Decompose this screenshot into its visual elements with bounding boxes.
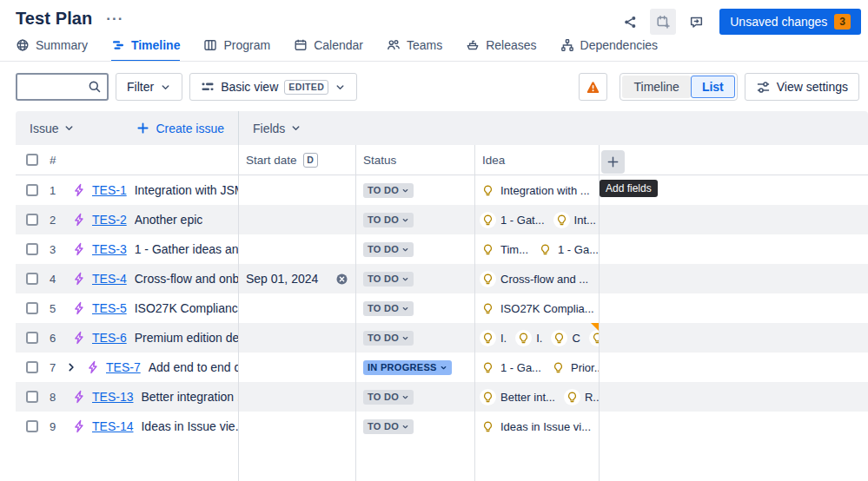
issue-key-link[interactable]: TES-2 <box>92 213 127 227</box>
status-dropdown[interactable]: TO DO <box>363 419 414 434</box>
idea-header-label: Idea <box>482 154 505 167</box>
add-fields-button[interactable] <box>601 150 625 174</box>
start-date-cell[interactable] <box>239 412 356 441</box>
issue-key-link[interactable]: TES-14 <box>92 419 133 433</box>
row-checkbox[interactable] <box>26 361 38 373</box>
idea-chip[interactable]: 1 - Gat... <box>480 212 545 228</box>
start-date-cell[interactable] <box>239 293 356 323</box>
row-checkbox[interactable] <box>26 184 38 196</box>
idea-chip[interactable]: R... <box>564 389 599 405</box>
issue-key-link[interactable]: TES-13 <box>92 390 133 404</box>
fields-dropdown[interactable]: Fields <box>253 122 301 135</box>
idea-chip[interactable]: I. <box>515 330 542 346</box>
start-date-cell[interactable] <box>239 234 356 264</box>
view-mode-list[interactable]: List <box>691 76 735 98</box>
status-label: TO DO <box>368 303 399 313</box>
issue-summary[interactable]: Ideas in Issue vie... <box>141 419 238 433</box>
row-number: 4 <box>50 273 63 286</box>
unsaved-changes-button[interactable]: Unsaved changes 3 <box>719 9 861 35</box>
issue-key-link[interactable]: TES-7 <box>106 360 141 374</box>
idea-chip[interactable]: Cross-flow and ... <box>480 271 588 287</box>
status-label: IN PROGRESS <box>368 362 437 372</box>
idea-chip[interactable]: Tim... <box>480 241 528 258</box>
column-header-start-date[interactable]: Start date D <box>239 145 356 175</box>
status-dropdown[interactable]: TO DO <box>363 242 414 257</box>
idea-chip[interactable]: Integration with ... <box>480 182 590 199</box>
tab-calendar[interactable]: Calendar <box>294 36 363 62</box>
more-menu-icon[interactable]: ··· <box>106 11 123 26</box>
idea-chip[interactable] <box>589 330 599 346</box>
row-checkbox[interactable] <box>26 214 38 226</box>
issue-summary[interactable]: Another epic <box>135 213 203 227</box>
row-checkbox[interactable] <box>26 243 38 255</box>
row-checkbox[interactable] <box>26 273 38 285</box>
status-dropdown[interactable]: TO DO <box>363 390 414 405</box>
idea-bulb-icon <box>564 389 580 405</box>
search-input[interactable] <box>17 80 88 94</box>
idea-chip[interactable]: Int... <box>553 212 596 228</box>
start-date-cell[interactable] <box>239 382 356 412</box>
expander-icon[interactable] <box>65 361 77 373</box>
view-settings-button[interactable]: View settings <box>745 73 859 101</box>
saved-view-button[interactable]: Basic view EDITED <box>189 73 357 101</box>
feedback-icon[interactable] <box>683 9 709 35</box>
status-dropdown[interactable]: TO DO <box>363 183 414 198</box>
tab-label: Summary <box>36 38 88 52</box>
status-dropdown[interactable]: TO DO <box>363 331 414 346</box>
tab-timeline[interactable]: Timeline <box>111 36 181 62</box>
status-dropdown[interactable]: IN PROGRESS <box>363 360 452 375</box>
column-header-status[interactable]: Status <box>356 145 475 175</box>
row-checkbox[interactable] <box>26 302 38 314</box>
issue-summary[interactable]: Cross-flow and onb... <box>135 272 238 286</box>
start-date-cell[interactable] <box>239 353 356 382</box>
warnings-button[interactable] <box>579 73 607 101</box>
issue-summary[interactable]: Better integration ... <box>141 390 238 404</box>
issue-summary[interactable]: Integration with JSM <box>135 183 238 197</box>
issue-summary[interactable]: Add end to end de... <box>149 360 238 374</box>
idea-chip[interactable]: 1 - Ga... <box>480 359 541 376</box>
issue-summary[interactable]: ISO27K Complianc... <box>135 301 238 315</box>
view-mode-timeline[interactable]: Timeline <box>622 76 690 98</box>
column-header-idea[interactable]: Idea <box>475 145 600 175</box>
view-edited-badge: EDITED <box>284 80 328 95</box>
row-checkbox[interactable] <box>26 391 38 403</box>
idea-chip[interactable]: 1 - Ga... <box>537 241 599 258</box>
idea-chip-label: C <box>572 332 580 345</box>
idea-chip[interactable]: Better int... <box>480 389 555 405</box>
status-dropdown[interactable]: TO DO <box>363 272 414 287</box>
issue-key-link[interactable]: TES-5 <box>92 301 127 315</box>
idea-chip[interactable]: Ideas in Issue vi... <box>480 418 591 435</box>
issue-key-link[interactable]: TES-1 <box>92 183 127 197</box>
tab-summary[interactable]: Summary <box>16 36 88 62</box>
start-date-cell[interactable] <box>239 205 356 234</box>
share-icon[interactable] <box>617 9 643 35</box>
tab-teams[interactable]: Teams <box>387 36 442 62</box>
row-checkbox[interactable] <box>26 420 38 432</box>
tab-program[interactable]: Program <box>203 36 270 62</box>
tab-dependencies[interactable]: Dependencies <box>560 36 659 62</box>
tab-releases[interactable]: Releases <box>466 36 536 62</box>
issue-key-link[interactable]: TES-6 <box>92 331 127 345</box>
issue-summary[interactable]: Premium edition dev <box>135 331 238 345</box>
epic-icon <box>86 360 100 374</box>
idea-chip[interactable]: I. <box>480 330 507 346</box>
idea-cell: Better int...R... <box>475 382 600 412</box>
status-dropdown[interactable]: TO DO <box>363 213 414 227</box>
create-issue-button[interactable]: Create issue <box>136 122 224 135</box>
calendar-add-icon[interactable] <box>650 9 676 35</box>
row-checkbox[interactable] <box>26 332 38 344</box>
issue-key-link[interactable]: TES-3 <box>92 242 127 256</box>
issue-summary[interactable]: 1 - Gather ideas an... <box>135 242 238 256</box>
start-date-cell[interactable] <box>239 175 356 205</box>
clear-date-icon[interactable] <box>335 273 348 286</box>
idea-chip[interactable]: Prior... <box>550 359 599 376</box>
issue-group-dropdown[interactable]: Issue <box>30 122 75 135</box>
start-date-cell[interactable] <box>239 323 356 353</box>
start-date-cell[interactable]: Sep 01, 2024 <box>239 264 356 293</box>
status-dropdown[interactable]: TO DO <box>363 301 414 316</box>
filter-button[interactable]: Filter <box>116 73 182 101</box>
idea-chip[interactable]: C <box>551 330 580 346</box>
idea-chip[interactable]: ISO27K Complia... <box>480 300 594 317</box>
issue-key-link[interactable]: TES-4 <box>92 272 127 286</box>
select-all-checkbox[interactable] <box>26 154 38 166</box>
